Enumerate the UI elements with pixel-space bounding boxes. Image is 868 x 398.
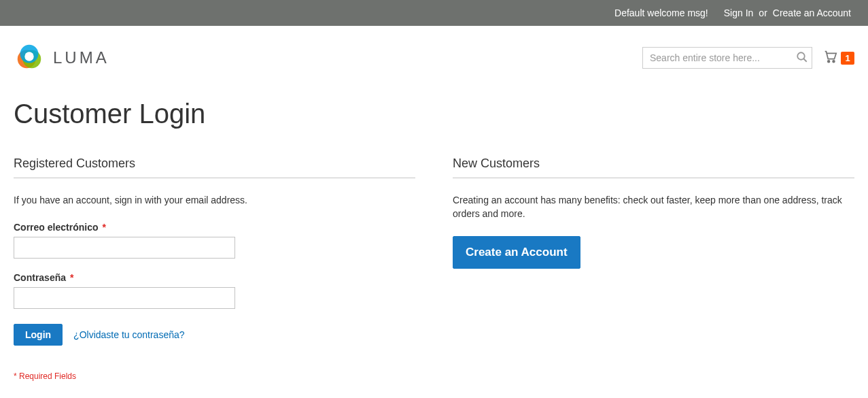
required-asterisk: * <box>70 272 73 283</box>
svg-point-6 <box>828 61 830 63</box>
search-icon <box>796 55 808 65</box>
registered-title: Registered Customers <box>14 156 415 178</box>
header: LUMA 1 <box>0 26 868 82</box>
registered-desc: If you have an account, sign in with you… <box>14 193 415 207</box>
search-box <box>642 47 812 69</box>
required-asterisk: * <box>102 222 105 233</box>
luma-logo-icon <box>14 41 45 75</box>
password-label-text: Contraseña <box>14 272 66 283</box>
svg-line-5 <box>803 59 807 62</box>
password-field-wrap: Contraseña * <box>14 272 415 309</box>
create-account-button[interactable]: Create an Account <box>453 236 580 269</box>
new-customers-desc: Creating an account has many benefits: c… <box>453 193 854 221</box>
new-customers-block: New Customers Creating an account has ma… <box>453 156 854 381</box>
svg-point-7 <box>833 61 835 63</box>
welcome-msg: Default welcome msg! <box>614 7 708 18</box>
email-label-text: Correo electrónico <box>14 222 98 233</box>
columns: Registered Customers If you have an acco… <box>14 156 854 381</box>
email-field-wrap: Correo electrónico * <box>14 222 415 259</box>
new-customers-title: New Customers <box>453 156 854 178</box>
email-label: Correo electrónico * <box>14 222 415 233</box>
svg-point-4 <box>797 52 805 60</box>
svg-point-3 <box>24 52 33 61</box>
login-actions: Login ¿Olvidaste tu contraseña? <box>14 324 415 346</box>
registered-customers-block: Registered Customers If you have an acco… <box>14 156 415 381</box>
page-content: Customer Login Registered Customers If y… <box>0 82 868 398</box>
top-bar: Default welcome msg! Sign In or Create a… <box>0 0 868 26</box>
email-field[interactable] <box>14 237 235 259</box>
password-label: Contraseña * <box>14 272 415 283</box>
logo-text: LUMA <box>53 48 109 67</box>
forgot-password-link[interactable]: ¿Olvidaste tu contraseña? <box>73 329 184 340</box>
cart-link[interactable]: 1 <box>822 49 854 67</box>
signin-link[interactable]: Sign In <box>724 7 754 18</box>
search-button[interactable] <box>796 51 808 65</box>
cart-icon <box>822 49 838 67</box>
or-text: or <box>759 7 767 18</box>
logo[interactable]: LUMA <box>14 41 109 75</box>
cart-count-badge: 1 <box>841 52 854 65</box>
password-field[interactable] <box>14 287 235 309</box>
login-button[interactable]: Login <box>14 324 63 346</box>
create-account-link-top[interactable]: Create an Account <box>773 7 851 18</box>
required-fields-note: * Required Fields <box>14 371 415 381</box>
search-input[interactable] <box>642 47 812 69</box>
page-title: Customer Login <box>14 99 854 129</box>
